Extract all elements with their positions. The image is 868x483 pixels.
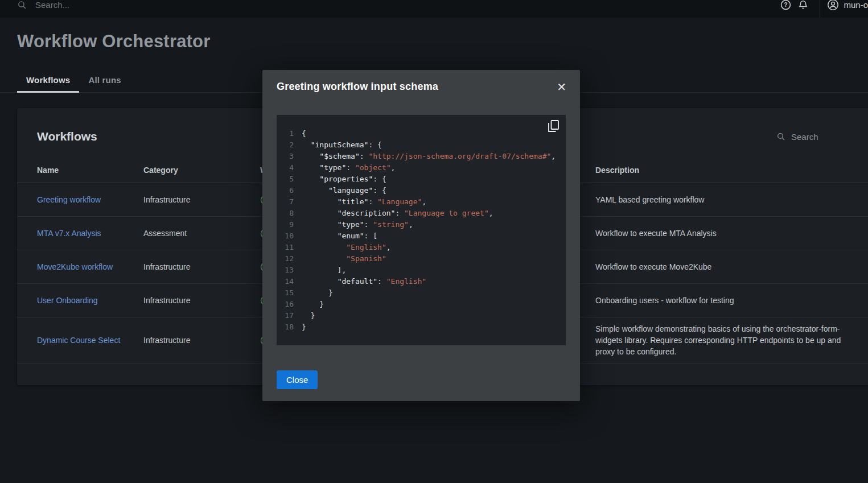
description-cell: YAML based greeting workflow	[595, 194, 848, 205]
page-title: Workflow Orchestrator	[17, 31, 211, 52]
search-icon	[17, 0, 27, 10]
global-search[interactable]	[17, 0, 777, 10]
topbar-divider	[820, 0, 820, 18]
code-block: 123456789101112131415161718 { "inputSche…	[277, 115, 566, 345]
table-search-input[interactable]	[791, 132, 848, 142]
description-cell: Simple workflow demonstrating basics of …	[595, 323, 848, 357]
username-label: mun-o	[844, 0, 868, 10]
category-cell: Assessment	[143, 229, 260, 238]
name-cell: Move2Kube workflow	[37, 262, 143, 271]
user-menu[interactable]: mun-o	[827, 0, 868, 11]
name-cell: Greeting workflow	[37, 195, 143, 204]
card-title: Workflows	[37, 130, 97, 143]
tab-all-runs[interactable]: All runs	[79, 68, 130, 92]
workflow-name-link[interactable]: Greeting workflow	[37, 195, 101, 204]
code-lines: { "inputSchema": { "$schema": "http://js…	[302, 128, 560, 345]
name-cell: User Onboarding	[37, 296, 143, 305]
global-topbar: ? mun-o	[0, 0, 868, 18]
workflow-name-link[interactable]: MTA v7.x Analysis	[37, 229, 101, 238]
category-cell: Infrastructure	[143, 336, 260, 345]
name-cell: MTA v7.x Analysis	[37, 229, 143, 238]
workflow-name-link[interactable]: User Onboarding	[37, 296, 98, 305]
description-cell: Workflow to execute Move2Kube	[595, 261, 848, 273]
topbar-actions: ? mun-o	[777, 0, 868, 18]
table-search-icon	[776, 132, 785, 141]
close-icon[interactable]: ✕	[556, 81, 567, 93]
column-header-category[interactable]: Category	[143, 166, 260, 175]
category-cell: Infrastructure	[143, 262, 260, 271]
category-cell: Infrastructure	[143, 296, 260, 305]
column-header-description[interactable]: Description	[595, 166, 848, 175]
column-header-name[interactable]: Name	[37, 166, 143, 175]
workflow-name-link[interactable]: Dynamic Course Select	[37, 336, 120, 345]
description-cell: Onboarding users - workflow for testing	[595, 295, 848, 306]
svg-text:?: ?	[784, 2, 788, 8]
schema-modal: Greeting workflow input schema ✕ 1234567…	[262, 70, 580, 401]
description-cell: Workflow to execute MTA Analysis	[595, 228, 848, 239]
category-cell: Infrastructure	[143, 195, 260, 204]
close-button[interactable]: Close	[277, 370, 318, 389]
avatar-icon	[827, 0, 839, 11]
table-search[interactable]	[776, 132, 848, 142]
copy-icon[interactable]	[548, 120, 559, 132]
global-search-input[interactable]	[35, 0, 217, 10]
name-cell: Dynamic Course Select	[37, 336, 143, 345]
modal-title: Greeting workflow input schema	[277, 81, 438, 93]
notifications-bell-icon[interactable]	[795, 0, 812, 14]
app-screen: ? mun-o Workflow Orchestrator Workflows …	[0, 0, 868, 483]
tab-workflows[interactable]: Workflows	[17, 68, 79, 92]
help-icon[interactable]: ?	[777, 0, 795, 14]
code-gutter: 123456789101112131415161718	[281, 128, 294, 345]
workflow-name-link[interactable]: Move2Kube workflow	[37, 262, 113, 271]
